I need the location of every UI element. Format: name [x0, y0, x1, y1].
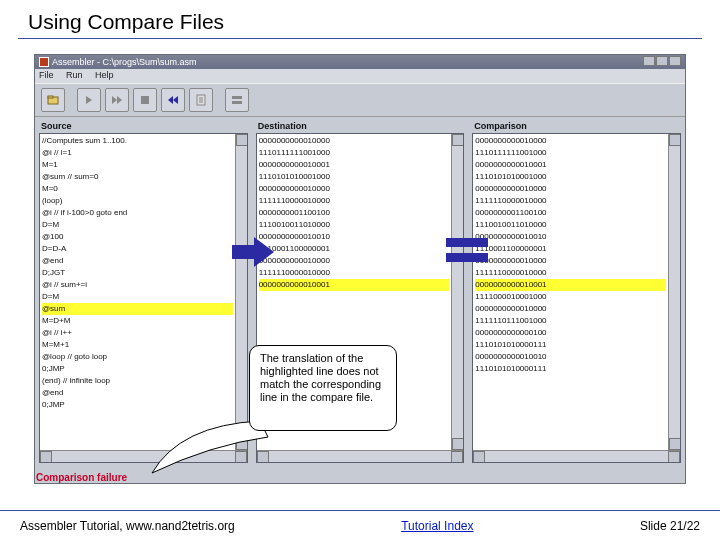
list-item[interactable]: (loop) [42, 195, 233, 207]
window-titlebar: Assembler - C:\progs\Sum\sum.asm [35, 55, 685, 69]
list-item[interactable]: @end [42, 255, 233, 267]
list-item[interactable]: 0;JMP [42, 363, 233, 375]
callout-box: The translation of the highlighted line … [249, 345, 397, 431]
list-item[interactable]: 0000000000010000 [475, 255, 666, 267]
list-item[interactable]: 0000000000010000 [259, 255, 450, 267]
list-item[interactable]: @i // if i-100>0 goto end [42, 207, 233, 219]
list-item[interactable]: 0000000001100100 [475, 207, 666, 219]
list-item[interactable]: 0000000000010000 [259, 135, 450, 147]
list-item[interactable]: 0000000000010000 [475, 183, 666, 195]
list-item[interactable]: 1111110000010000 [259, 195, 450, 207]
svg-marker-14 [232, 237, 274, 267]
list-item[interactable]: @sum // sum=0 [42, 171, 233, 183]
list-item[interactable]: 1111110000010000 [475, 267, 666, 279]
list-item[interactable]: 0000000001100100 [259, 207, 450, 219]
status-error: Comparison failure [36, 472, 127, 483]
scrollbar-horizontal[interactable] [257, 450, 464, 462]
menu-bar[interactable]: File Run Help [35, 69, 685, 83]
app-icon [39, 57, 49, 67]
menu-run[interactable]: Run [66, 70, 83, 80]
tutorial-index-link[interactable]: Tutorial Index [401, 519, 473, 533]
list-item[interactable]: @i // i=1 [42, 147, 233, 159]
svg-marker-4 [117, 96, 122, 104]
list-item[interactable]: 0000000000010010 [475, 231, 666, 243]
comparison-list[interactable]: 0000000000010000111011111100100000000000… [472, 133, 681, 463]
list-item[interactable]: 0000000000010010 [259, 231, 450, 243]
list-item[interactable]: 1110101010000111 [475, 363, 666, 375]
destination-label: Destination [256, 121, 465, 133]
list-item[interactable]: (end) // infinite loop [42, 375, 233, 387]
rewind-button[interactable] [161, 88, 185, 112]
window-controls[interactable] [642, 56, 681, 68]
list-item[interactable]: 0000000000010001 [475, 279, 666, 291]
source-pane: Source //Computes sum 1..100. @i // i=1 … [39, 121, 248, 463]
list-item[interactable]: 1110101010001000 [259, 171, 450, 183]
window-title: Assembler - C:\progs\Sum\sum.asm [52, 57, 197, 67]
scrollbar-horizontal[interactable] [40, 450, 247, 462]
list-item[interactable]: 0;JMP [42, 399, 233, 411]
list-item[interactable]: @i // i++ [42, 327, 233, 339]
list-item[interactable]: M=M+1 [42, 339, 233, 351]
list-item[interactable]: 1110101010001000 [475, 171, 666, 183]
list-item[interactable]: 0000000000010001 [475, 159, 666, 171]
list-item[interactable]: D;JGT [42, 267, 233, 279]
list-item[interactable]: @end [42, 387, 233, 399]
list-item[interactable]: 0000000000010000 [475, 135, 666, 147]
list-item[interactable]: 0000000000000100 [475, 327, 666, 339]
svg-rect-12 [232, 96, 242, 99]
list-item[interactable]: 1110111111001000 [259, 147, 450, 159]
page-title: Using Compare Files [0, 0, 720, 38]
list-item[interactable]: 1111110000010000 [259, 267, 450, 279]
list-item[interactable]: 1110111111001000 [475, 147, 666, 159]
minimize-icon[interactable] [643, 56, 655, 66]
list-item[interactable]: 0000000000010010 [475, 351, 666, 363]
list-item[interactable]: D=D-A [42, 243, 233, 255]
list-item[interactable]: 1110010011010000 [475, 219, 666, 231]
list-item[interactable]: M=D+M [42, 315, 233, 327]
list-item[interactable]: 1111110111001000 [475, 315, 666, 327]
list-item[interactable]: @i // sum+=i [42, 279, 233, 291]
list-item[interactable]: 0000000000010000 [259, 183, 450, 195]
list-item[interactable]: D=M [42, 219, 233, 231]
fast-forward-button[interactable] [105, 88, 129, 112]
list-item[interactable]: 1111000010001000 [475, 291, 666, 303]
menu-help[interactable]: Help [95, 70, 114, 80]
scrollbar-vertical[interactable] [235, 134, 247, 450]
list-item[interactable]: 1110101010000111 [475, 339, 666, 351]
svg-marker-3 [112, 96, 117, 104]
script-button[interactable] [189, 88, 213, 112]
svg-marker-2 [86, 96, 92, 104]
list-item[interactable]: 0000000000010000 [475, 303, 666, 315]
list-item[interactable]: 1110010011010000 [259, 219, 450, 231]
list-item[interactable]: 1110001100000001 [475, 243, 666, 255]
svg-rect-1 [48, 96, 53, 98]
close-icon[interactable] [669, 56, 681, 66]
list-item[interactable]: @sum [42, 303, 233, 315]
list-item[interactable]: 1111110000010000 [475, 195, 666, 207]
list-item[interactable]: M=0 [42, 183, 233, 195]
callout-text: The translation of the highlighted line … [260, 352, 381, 403]
svg-marker-6 [173, 96, 178, 104]
open-button[interactable] [41, 88, 65, 112]
list-item[interactable]: 1110001100000001 [259, 243, 450, 255]
list-item[interactable]: 0000000000010001 [259, 159, 450, 171]
scrollbar-vertical[interactable] [668, 134, 680, 450]
list-item[interactable]: //Computes sum 1..100. [42, 135, 233, 147]
list-item[interactable]: M=1 [42, 159, 233, 171]
stop-button[interactable] [133, 88, 157, 112]
scrollbar-horizontal[interactable] [473, 450, 680, 462]
menu-file[interactable]: File [39, 70, 54, 80]
svg-rect-13 [232, 101, 242, 104]
step-button[interactable] [77, 88, 101, 112]
maximize-icon[interactable] [656, 56, 668, 66]
compare-button[interactable] [225, 88, 249, 112]
slide-footer: Assembler Tutorial, www.nand2tetris.org … [0, 510, 720, 540]
scrollbar-vertical[interactable] [451, 134, 463, 450]
list-item[interactable]: @100 [42, 231, 233, 243]
comparison-label: Comparison [472, 121, 681, 133]
list-item[interactable]: D=M [42, 291, 233, 303]
list-item[interactable]: 0000000000010001 [259, 279, 450, 291]
list-item[interactable]: @loop // goto loop [42, 351, 233, 363]
footer-left: Assembler Tutorial, www.nand2tetris.org [20, 519, 235, 533]
source-list[interactable]: //Computes sum 1..100. @i // i=1 M=1 @su… [39, 133, 248, 463]
